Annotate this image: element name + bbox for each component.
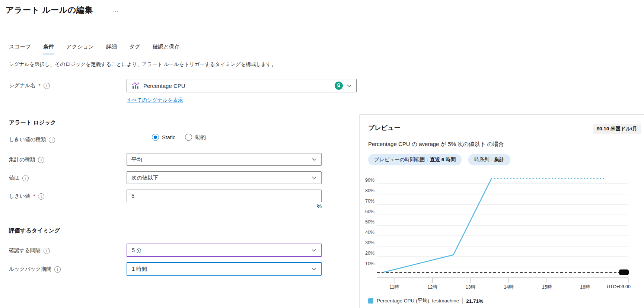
info-icon[interactable] — [44, 83, 50, 89]
signal-name-label-row: シグナル名 * — [9, 82, 50, 89]
info-icon[interactable] — [38, 193, 44, 200]
lookback-label: ルックバック期間 — [9, 266, 51, 273]
operator-label: 値は — [9, 175, 19, 181]
threshold-type-label-row: しきい値の種類 — [9, 136, 55, 143]
operator-dropdown[interactable]: 次の値以下 — [127, 171, 322, 184]
frequency-label: 確認する間隔 — [9, 247, 41, 254]
info-icon[interactable] — [44, 248, 50, 254]
alert-logic-heading: アラート ロジック — [9, 119, 56, 126]
more-options-button[interactable]: … — [113, 7, 119, 13]
page-title: アラート ルールの編集 — [6, 4, 93, 16]
lookback-label-row: ルックバック期間 — [9, 266, 61, 273]
threshold-drag-handle[interactable] — [619, 270, 629, 275]
radio-selected-icon — [152, 134, 159, 141]
info-icon[interactable] — [49, 137, 55, 143]
threshold-value: 5 — [131, 193, 134, 199]
evaluation-heading: 評価するタイミング — [9, 227, 60, 234]
intro-text: シグナルを選択し、そのロジックを定義することにより、アラート ルールをトリガーす… — [9, 61, 276, 68]
chevron-down-icon — [312, 157, 317, 162]
preview-chart — [360, 115, 644, 308]
lookback-value: 1 時間 — [132, 266, 147, 273]
aggregation-label-row: 集計の種類 — [9, 156, 44, 163]
metric-chart-icon — [131, 82, 140, 90]
lookback-dropdown[interactable]: 1 時間 — [127, 262, 322, 276]
radio-dynamic-label: 動的 — [195, 134, 206, 141]
legend-latest-value: 21.71% — [466, 298, 483, 304]
chevron-down-icon — [311, 266, 316, 272]
tab-actions[interactable]: アクション — [66, 43, 94, 54]
info-icon[interactable] — [38, 157, 44, 163]
required-asterisk: * — [38, 83, 40, 89]
aggregation-label: 集計の種類 — [9, 156, 35, 163]
frequency-dropdown[interactable]: 5 分 — [127, 244, 322, 257]
threshold-label-row: しきい値 * — [9, 193, 44, 200]
legend-color-swatch — [368, 298, 373, 304]
threshold-unit-label: % — [127, 203, 322, 209]
threshold-type-label: しきい値の種類 — [9, 136, 46, 143]
info-icon[interactable] — [54, 266, 61, 273]
radio-static-label: Static — [162, 134, 175, 140]
signal-name-dropdown[interactable]: Percentage CPU — [127, 79, 357, 92]
aggregation-value: 平均 — [131, 156, 142, 163]
tab-bar: スコープ 条件 アクション 詳細 タグ 確認と保存 — [9, 43, 180, 54]
alert-rule-edit-page: アラート ルールの編集 … スコープ 条件 アクション 詳細 タグ 確認と保存 … — [0, 0, 644, 308]
frequency-label-row: 確認する間隔 — [9, 247, 50, 254]
tab-scope[interactable]: スコープ — [9, 43, 31, 54]
signal-name-value: Percentage CPU — [143, 83, 331, 89]
tab-details[interactable]: 詳細 — [106, 43, 117, 54]
preview-panel: プレビュー $0.10 米国ドル/月 Percentage CPU の aver… — [359, 114, 644, 308]
tab-tags[interactable]: タグ — [129, 43, 140, 54]
radio-unselected-icon — [185, 134, 192, 141]
threshold-type-radio-group: Static 動的 — [152, 134, 206, 141]
recommended-signal-badge-icon — [335, 82, 343, 90]
chevron-down-icon — [347, 83, 352, 88]
tab-condition[interactable]: 条件 — [43, 43, 54, 54]
operator-value: 次の値以下 — [131, 174, 159, 181]
aggregation-dropdown[interactable]: 平均 — [127, 153, 322, 166]
operator-label-row: 値は — [9, 175, 29, 181]
chevron-down-icon — [311, 248, 316, 253]
chevron-down-icon — [312, 175, 317, 180]
legend-divider — [462, 298, 463, 304]
info-icon[interactable] — [22, 175, 29, 181]
required-asterisk: * — [33, 193, 35, 199]
threshold-label: しきい値 — [9, 193, 30, 200]
threshold-value-input[interactable]: 5 — [127, 190, 322, 202]
tab-review-save[interactable]: 確認と保存 — [153, 43, 180, 54]
show-all-signals-link[interactable]: すべてのシグナルを表示 — [127, 97, 183, 104]
signal-name-label: シグナル名 — [9, 82, 35, 89]
radio-option-static[interactable]: Static — [152, 134, 175, 141]
frequency-value: 5 分 — [132, 247, 142, 254]
radio-option-dynamic[interactable]: 動的 — [185, 134, 206, 141]
chart-legend: Percentage CPU (平均), testmachine 21.71% — [368, 298, 483, 304]
legend-series-label: Percentage CPU (平均), testmachine — [377, 298, 459, 304]
